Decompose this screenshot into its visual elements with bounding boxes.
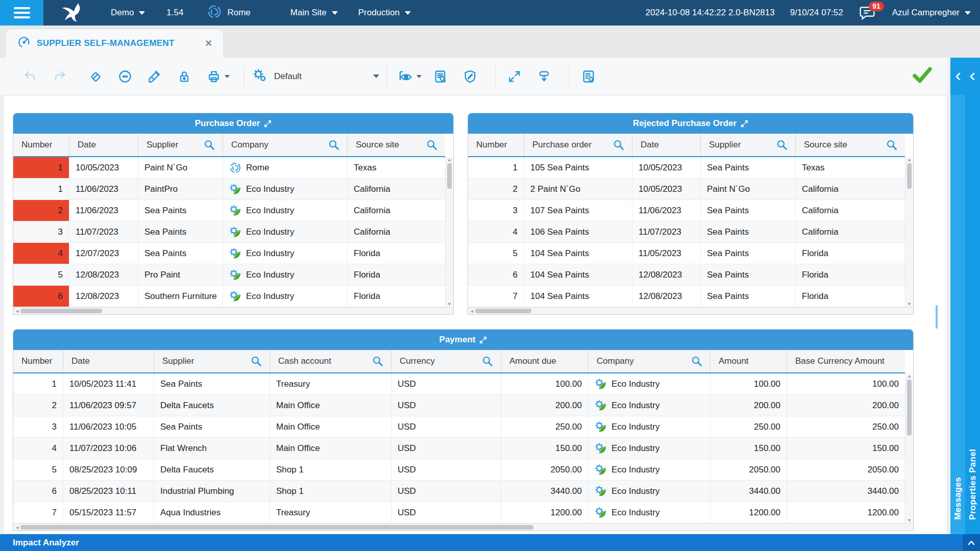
cell-number[interactable]: 6	[13, 481, 63, 502]
cell-date[interactable]: 12/08/2023	[632, 264, 701, 285]
cell-purchase-order[interactable]: 2 Paint N´Go	[524, 179, 632, 199]
cell-date[interactable]: 05/15/2023 11:57	[63, 502, 154, 523]
cell-currency[interactable]: USD	[391, 395, 501, 416]
cell-supplier[interactable]: Sea Paints	[701, 200, 796, 221]
cell-cash-account[interactable]: Main Office	[270, 438, 391, 459]
cell-currency[interactable]: USD	[391, 373, 501, 394]
cell-date[interactable]: 10/05/2023	[632, 179, 701, 199]
column-header-amount[interactable]: Amount	[710, 350, 787, 372]
expand-button[interactable]	[503, 65, 526, 88]
cell-source-site[interactable]: Florida	[796, 243, 905, 264]
collapse-panel-buttons[interactable]	[950, 58, 980, 95]
cell-number[interactable]: 6	[13, 286, 69, 307]
cell-company[interactable]: Rome	[223, 157, 348, 178]
cell-amount-due[interactable]: 200.00	[501, 395, 589, 416]
cell-supplier[interactable]: Sea Paints	[701, 157, 796, 178]
cell-number[interactable]: 6	[468, 264, 524, 285]
cell-cash-account[interactable]: Shop 1	[270, 459, 391, 480]
cell-date[interactable]: 11/07/2023	[632, 221, 701, 242]
impact-analyzer-label[interactable]: Impact Analyzer	[13, 538, 79, 548]
table-row[interactable]: 1105 Sea Paints10/05/2023Sea PaintsTexas	[468, 157, 905, 179]
cell-source-site[interactable]: Florida	[348, 286, 445, 307]
cell-amount[interactable]: 1200.00	[710, 502, 787, 523]
column-header-base-currency-amount[interactable]: Base Currency Amount	[787, 350, 905, 372]
cell-supplier[interactable]: Sea Paints	[138, 243, 223, 264]
tab-supplier-self-management[interactable]: SUPPLIER SELF-MANAGEMENT ×	[6, 29, 223, 58]
cell-source-site[interactable]: California	[348, 179, 445, 199]
table-row[interactable]: 705/15/2023 11:57Aqua IndustriesTreasury…	[13, 502, 905, 523]
cell-amount-due[interactable]: 250.00	[501, 416, 589, 437]
cell-supplier[interactable]: Sea Paints	[138, 200, 223, 221]
cell-number[interactable]: 4	[468, 221, 524, 242]
cell-company[interactable]: Eco Industry	[589, 459, 710, 480]
table-row[interactable]: 110/05/2023 11:41Sea PaintsTreasuryUSD10…	[13, 373, 905, 395]
cell-company[interactable]: Eco Industry	[589, 416, 710, 437]
cell-base-currency-amount[interactable]: 2050.00	[787, 459, 905, 480]
cell-source-site[interactable]: Texas	[348, 157, 445, 178]
flowchart-button[interactable]	[532, 65, 556, 88]
table-row[interactable]: 608/25/2023 10:11Industrial PlumbingShop…	[13, 481, 905, 502]
cell-supplier[interactable]: Paint N´Go	[138, 157, 223, 178]
search-icon[interactable]	[250, 355, 262, 367]
cell-date[interactable]: 11/06/2023	[69, 200, 138, 221]
cell-currency[interactable]: USD	[391, 459, 501, 480]
cell-source-site[interactable]: California	[348, 221, 445, 242]
cell-number[interactable]: 5	[13, 264, 69, 285]
vertical-scrollbar[interactable]: ▲ ▼	[905, 373, 913, 523]
cell-cash-account[interactable]: Shop 1	[270, 481, 391, 502]
cell-date[interactable]: 11/06/2023	[632, 200, 701, 221]
watch-button[interactable]	[394, 65, 418, 88]
clear-list-button[interactable]	[577, 65, 600, 88]
cell-currency[interactable]: USD	[391, 416, 501, 437]
profile-selector[interactable]: Default	[252, 67, 379, 85]
cell-purchase-order[interactable]: 104 Sea Paints	[524, 243, 632, 264]
remove-record-button[interactable]	[113, 65, 137, 88]
table-row[interactable]: 412/07/2023Sea PaintsEco IndustryFlorida	[13, 243, 445, 264]
cell-number[interactable]: 4	[13, 243, 69, 264]
table-row[interactable]: 211/06/2023Sea PaintsEco IndustryCalifor…	[13, 200, 445, 221]
properties-panel-tab[interactable]: Properties Panel	[965, 95, 980, 534]
cell-currency[interactable]: USD	[391, 438, 501, 459]
cell-supplier[interactable]: Sea Paints	[154, 416, 270, 437]
organization-item[interactable]: Rome	[207, 4, 250, 22]
cell-company[interactable]: Eco Industry	[223, 243, 348, 264]
column-header-date[interactable]: Date	[63, 350, 154, 372]
cell-number[interactable]: 1	[13, 179, 69, 199]
cell-supplier[interactable]: Sea Paints	[154, 373, 270, 394]
cell-company[interactable]: Eco Industry	[223, 221, 348, 242]
search-icon[interactable]	[481, 355, 494, 367]
cell-number[interactable]: 3	[13, 416, 63, 437]
search-icon[interactable]	[372, 355, 384, 367]
search-icon[interactable]	[203, 139, 215, 151]
cell-amount[interactable]: 200.00	[710, 395, 787, 416]
search-icon[interactable]	[886, 139, 898, 151]
table-row[interactable]: 508/25/2023 10:09Delta FaucetsShop 1USD2…	[13, 459, 905, 481]
cell-supplier[interactable]: Sea Paints	[701, 286, 796, 307]
cell-supplier[interactable]: Delta Faucets	[154, 459, 270, 480]
cell-company[interactable]: Eco Industry	[589, 502, 710, 523]
search-icon[interactable]	[691, 355, 703, 367]
cell-amount-due[interactable]: 2050.00	[501, 459, 589, 480]
cell-supplier[interactable]: Paint N´Go	[701, 179, 796, 199]
cell-number[interactable]: 1	[468, 157, 524, 178]
table-row[interactable]: 7104 Sea Paints12/08/2023Sea PaintsFlori…	[468, 286, 905, 307]
cell-amount-due[interactable]: 100.00	[501, 373, 589, 394]
cell-number[interactable]: 7	[468, 286, 524, 307]
cell-supplier[interactable]: Flat Wrench	[154, 438, 270, 459]
cell-currency[interactable]: USD	[391, 502, 501, 523]
table-row[interactable]: 411/07/2023 10:06Flat WrenchMain OfficeU…	[13, 438, 905, 459]
eraser-button[interactable]	[84, 65, 107, 88]
cell-date[interactable]: 12/08/2023	[69, 264, 138, 285]
column-header-cash-account[interactable]: Cash account	[270, 350, 391, 372]
column-header-supplier[interactable]: Supplier	[138, 134, 223, 156]
cell-source-site[interactable]: Florida	[796, 286, 905, 307]
messages-panel-tab[interactable]: Messages	[950, 95, 965, 534]
cell-base-currency-amount[interactable]: 100.00	[787, 373, 905, 394]
cell-currency[interactable]: USD	[391, 481, 501, 502]
mode-selector[interactable]: Production	[358, 8, 411, 18]
cell-company[interactable]: Eco Industry	[589, 373, 710, 394]
cell-amount[interactable]: 150.00	[710, 438, 787, 459]
horizontal-scrollbar[interactable]: ◄	[13, 307, 453, 314]
cell-amount[interactable]: 250.00	[710, 416, 787, 437]
cell-company[interactable]: Eco Industry	[589, 438, 710, 459]
